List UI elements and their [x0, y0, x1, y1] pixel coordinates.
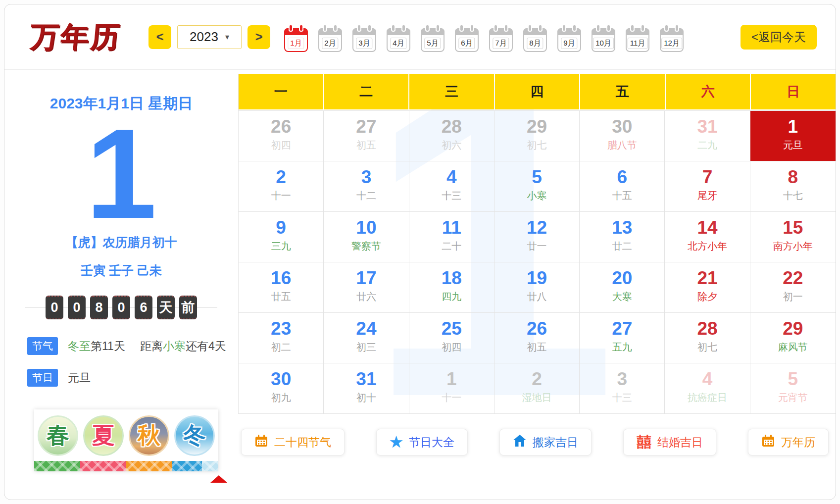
day-number: 12 — [494, 218, 579, 238]
day-lunar-label: 小寒 — [494, 189, 579, 202]
month-tab[interactable]: 2月 — [318, 28, 342, 52]
calendar-day-cell[interactable]: 4十三 — [409, 161, 494, 212]
month-tab[interactable]: 11月 — [626, 28, 649, 52]
day-number: 10 — [324, 218, 408, 238]
four-seasons-banner[interactable]: 春夏秋冬 — [34, 409, 218, 471]
quick-link-label: 搬家吉日 — [533, 435, 578, 450]
day-lunar-label: 初四 — [409, 341, 494, 354]
day-number: 29 — [750, 319, 836, 339]
binder-ring-icon — [641, 24, 645, 32]
month-tab[interactable]: 9月 — [557, 28, 581, 52]
main-area: 2023年1月1日 星期日 1 【虎】农历腊月初十 壬寅 壬子 己未 00806… — [4, 70, 836, 483]
calendar-day-cell[interactable]: 16廿五 — [239, 262, 324, 313]
next-year-button[interactable]: > — [247, 25, 270, 49]
quick-link-button[interactable]: 二十四节气 — [241, 429, 345, 455]
season-icons: 春夏秋冬 — [34, 415, 218, 456]
calendar-day-cell[interactable]: 18四九 — [409, 262, 494, 313]
month-tab[interactable]: 10月 — [592, 28, 615, 52]
calendar-day-cell[interactable]: 14北方小年 — [665, 212, 750, 262]
calendar-day-cell[interactable]: 30腊八节 — [580, 111, 665, 161]
festival-text: 元旦 — [68, 370, 91, 386]
calendar-day-cell[interactable]: 15南方小年 — [750, 212, 836, 262]
calendar-day-cell[interactable]: 21除夕 — [665, 262, 750, 313]
day-number: 21 — [665, 268, 749, 289]
day-lunar-label: 廿六 — [324, 290, 408, 303]
flip-card: 天 — [157, 296, 175, 319]
binder-ring-icon — [664, 24, 669, 32]
day-lunar-label: 麻风节 — [750, 341, 836, 354]
month-tab[interactable]: 7月 — [489, 28, 513, 52]
binder-ring-icon — [401, 24, 406, 32]
month-tab[interactable]: 12月 — [660, 28, 684, 52]
calendar-day-cell[interactable]: 12廿一 — [494, 212, 580, 262]
calendar-day-cell[interactable]: 3十二 — [324, 161, 409, 212]
back-to-today-button[interactable]: <返回今天 — [741, 25, 817, 50]
month-tab-label: 10月 — [593, 38, 614, 49]
calendar-day-cell[interactable]: 4抗癌症日 — [665, 363, 750, 414]
calendar-icon — [761, 434, 775, 451]
calendar-day-cell[interactable]: 28初六 — [409, 111, 494, 161]
month-tab[interactable]: 8月 — [523, 28, 547, 52]
quick-link-label: 二十四节气 — [274, 435, 331, 450]
calendar-day-cell[interactable]: 11二十 — [409, 212, 494, 262]
month-tab-label: 3月 — [356, 38, 372, 49]
calendar-day-cell[interactable]: 5元宵节 — [750, 363, 836, 414]
calendar-day-cell[interactable]: 7尾牙 — [665, 161, 750, 212]
day-lunar-label: 十三 — [580, 391, 664, 404]
day-number: 27 — [580, 319, 664, 339]
calendar-day-cell[interactable]: 31二九 — [665, 111, 750, 161]
quick-link-button[interactable]: ★节日大全 — [376, 429, 468, 455]
year-select[interactable]: 2023 ▾ — [177, 25, 242, 49]
calendar-day-cell[interactable]: 22初一 — [750, 262, 836, 313]
calendar-day-cell[interactable]: 19廿八 — [494, 262, 580, 313]
flip-card: 0 — [112, 296, 130, 319]
calendar-day-cell[interactable]: 1元旦 — [750, 111, 836, 161]
ganzhi-line: 壬寅 壬子 己未 — [4, 262, 238, 279]
day-lunar-label: 廿八 — [494, 290, 579, 303]
calendar-day-cell[interactable]: 27五九 — [580, 313, 665, 363]
quick-link-button[interactable]: 囍结婚吉日 — [623, 429, 716, 455]
day-cells-grid: 26初四27初五28初六29初七30腊八节31二九1元旦2十一3十二4十三5小寒… — [239, 110, 836, 414]
calendar-day-cell[interactable]: 1十一 — [409, 363, 494, 414]
quick-link-button[interactable]: 搬家吉日 — [499, 429, 592, 455]
calendar-day-cell[interactable]: 2湿地日 — [494, 363, 580, 414]
calendar-day-cell[interactable]: 5小寒 — [494, 161, 580, 212]
calendar-day-cell[interactable]: 23初二 — [239, 313, 324, 363]
day-lunar-label: 初五 — [494, 341, 579, 354]
month-tab[interactable]: 5月 — [421, 28, 445, 52]
day-lunar-label: 五九 — [580, 341, 664, 354]
calendar-day-cell[interactable]: 10警察节 — [324, 212, 409, 262]
binder-ring-icon — [504, 24, 508, 32]
calendar-day-cell[interactable]: 20大寒 — [580, 262, 665, 313]
month-tab[interactable]: 4月 — [387, 28, 410, 52]
red-triangle-pointer — [210, 475, 227, 483]
prev-year-button[interactable]: < — [148, 25, 171, 49]
month-selector: 1月2月3月4月5月6月7月8月9月10月11月12月 — [284, 22, 684, 52]
calendar-day-cell[interactable]: 27初五 — [324, 111, 409, 161]
calendar-day-cell[interactable]: 13廿二 — [580, 212, 665, 262]
calendar-day-cell[interactable]: 8十七 — [750, 161, 836, 212]
calendar-day-cell[interactable]: 29麻风节 — [750, 313, 836, 363]
calendar-day-cell[interactable]: 28初七 — [665, 313, 750, 363]
calendar-day-cell[interactable]: 6十五 — [580, 161, 665, 212]
calendar-day-cell[interactable]: 3十三 — [580, 363, 665, 414]
calendar-day-cell[interactable]: 2十一 — [239, 161, 324, 212]
binder-ring-icon — [333, 24, 338, 32]
calendar-day-cell[interactable]: 30初九 — [239, 363, 324, 414]
day-number: 30 — [239, 369, 323, 390]
month-tab[interactable]: 1月 — [284, 28, 308, 52]
day-lunar-label: 二十 — [409, 240, 494, 253]
calendar-day-cell[interactable]: 24初三 — [324, 313, 409, 363]
quick-link-button[interactable]: 万年历 — [748, 429, 829, 455]
calendar-day-cell[interactable]: 25初四 — [409, 313, 494, 363]
day-number: 28 — [665, 319, 749, 339]
calendar-day-cell[interactable]: 26初五 — [494, 313, 580, 363]
month-tab[interactable]: 6月 — [455, 28, 479, 52]
calendar-day-cell[interactable]: 31初十 — [324, 363, 409, 414]
calendar-day-cell[interactable]: 26初四 — [239, 111, 324, 161]
calendar-day-cell[interactable]: 17廿六 — [324, 262, 409, 313]
calendar-day-cell[interactable]: 9三九 — [239, 212, 324, 262]
month-tab[interactable]: 3月 — [352, 28, 376, 52]
house-icon — [513, 434, 527, 451]
calendar-day-cell[interactable]: 29初七 — [494, 111, 580, 161]
